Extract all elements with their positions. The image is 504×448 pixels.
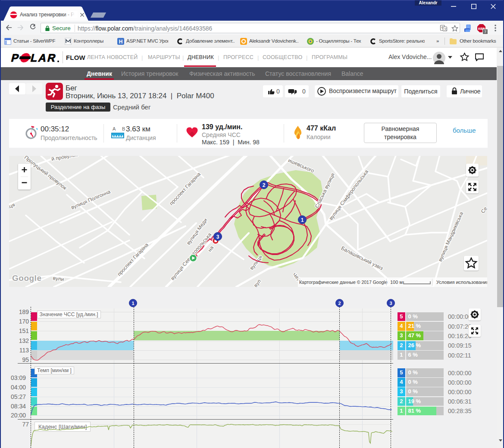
svg-text:H: H xyxy=(119,39,123,45)
svg-text:P: P xyxy=(10,52,20,63)
svg-text:1: 1 xyxy=(301,217,304,223)
svg-text:0: 0 xyxy=(276,88,280,95)
svg-text:3: 3 xyxy=(216,234,219,240)
svg-text:0: 0 xyxy=(302,88,306,95)
svg-text:Картографические данные © 2017: Картографические данные © 2017 Google xyxy=(299,280,388,285)
svg-text:Google: Google xyxy=(12,274,41,283)
svg-text:100 м: 100 м xyxy=(390,280,403,285)
svg-text:2: 2 xyxy=(263,182,266,188)
svg-text:Условия использования: Условия использования xyxy=(436,280,487,285)
svg-text:LAR: LAR xyxy=(29,52,57,63)
svg-text:文: 文 xyxy=(444,28,447,31)
